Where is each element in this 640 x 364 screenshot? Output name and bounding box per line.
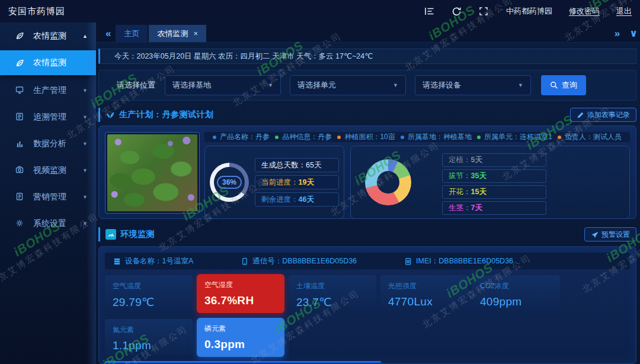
logout-link[interactable]: 退出 bbox=[616, 6, 632, 17]
fullscreen-icon[interactable] bbox=[479, 6, 489, 17]
alert-settings-label: 预警设置 bbox=[601, 230, 630, 240]
chevron-down-icon: ▼ bbox=[268, 82, 273, 88]
sidebar-item-label: 追溯管理 bbox=[33, 112, 66, 123]
sensor-cards-row: 空气温度 29.79℃ 空气湿度 36.7%RH 土壤温度 23.7℃ 光照强度… bbox=[105, 275, 630, 313]
filter-label: 请选择位置 bbox=[117, 80, 155, 91]
pencil-icon bbox=[577, 111, 584, 119]
bullet-dot bbox=[558, 136, 561, 139]
sidebar: 农情监测 ▲ 农情监测 生产管理 ▼ 追溯管理 ▼ bbox=[0, 22, 96, 364]
sidebar-item-marketing[interactable]: 营销管理 ▼ bbox=[0, 183, 96, 210]
tabs-more-icon[interactable]: ∨ bbox=[625, 27, 638, 42]
chevron-down-icon: ▼ bbox=[518, 82, 523, 88]
sensor-card-co2: CO2浓度 409ppm bbox=[472, 275, 560, 312]
chevron-up-icon: ▲ bbox=[82, 33, 88, 39]
sensor-card-nitrogen: 氮元素 1.1ppm bbox=[105, 319, 193, 356]
tabs-scroll-left-icon[interactable]: « bbox=[101, 28, 116, 42]
change-password-link[interactable]: 修改密码 bbox=[569, 6, 600, 17]
sidebar-item-label: 视频监测 bbox=[33, 165, 66, 176]
sidebar-item-data-analysis[interactable]: 数据分析 ▼ bbox=[0, 130, 96, 157]
sidebar-item-production[interactable]: 生产管理 ▼ bbox=[0, 77, 96, 104]
phase-row-kaihua: 开花： 15天 bbox=[442, 185, 546, 199]
add-farm-record-label: 添加农事记录 bbox=[587, 110, 630, 120]
bullet-dot bbox=[275, 136, 279, 139]
sidebar-item-video[interactable]: 视频监测 ▼ bbox=[0, 157, 96, 183]
chevron-down-icon: ▼ bbox=[82, 221, 88, 227]
topbar-actions: 中药都药博园 修改密码 退出 bbox=[424, 6, 632, 17]
leaf-icon bbox=[105, 110, 115, 120]
bar-chart-icon bbox=[15, 139, 24, 148]
tabs-scroll-right-icon[interactable]: » bbox=[610, 28, 625, 42]
device-comm-number: 通信号：DBB8BBE1E6D05D36 bbox=[241, 256, 357, 266]
sidebar-item-label: 营销管理 bbox=[33, 192, 66, 202]
sensor-card-phosphorus: 磷元素 0.3ppm bbox=[197, 318, 284, 357]
gear-icon bbox=[15, 219, 24, 228]
info-item: 负责人：测试人员 bbox=[558, 132, 622, 142]
base-select[interactable]: 请选择基地 ▼ bbox=[165, 75, 281, 95]
tab-label: 主页 bbox=[124, 28, 139, 39]
chevron-down-icon: ▼ bbox=[82, 114, 88, 120]
sidebar-item-settings[interactable]: 系统设置 ▼ bbox=[0, 210, 96, 237]
server-icon bbox=[113, 257, 121, 265]
topbar: 安国市药博园 中药都药博园 修改密码 退出 bbox=[0, 0, 640, 22]
bullet-dot bbox=[401, 136, 404, 139]
info-item: 品种信息：丹参 bbox=[275, 132, 332, 142]
sidebar-item-label: 数据分析 bbox=[33, 138, 66, 149]
production-section-title: 生产计划：丹参测试计划 bbox=[119, 109, 214, 120]
growth-phase-legend: 定植： 5天 拔节： 35天 开花： 15天 bbox=[442, 153, 546, 215]
plan-info-bar: 产品名称：丹参 品种信息：丹参 种植面积：10亩 所属基地：种植基地 所属单元：… bbox=[204, 132, 630, 142]
refresh-icon[interactable] bbox=[452, 6, 462, 17]
production-panel: 产品名称：丹参 品种信息：丹参 种植面积：10亩 所属基地：种植基地 所属单元：… bbox=[98, 125, 636, 219]
device-name: 设备名称：1号温室A bbox=[113, 256, 193, 266]
stat-remaining-progress: 剩余进度： 46天 bbox=[255, 192, 339, 207]
search-icon bbox=[550, 81, 558, 89]
screen: 安国市药博园 中药都药博园 修改密码 退出 bbox=[0, 0, 640, 364]
tabbar: « 主页 农情监测 × » ∨ bbox=[96, 22, 640, 43]
device-select[interactable]: 请选择设备 ▼ bbox=[415, 75, 531, 95]
bullet-dot bbox=[337, 136, 341, 139]
env-section-header: 环境监测 预警设置 bbox=[98, 227, 636, 241]
collapse-sidebar-icon[interactable] bbox=[424, 6, 435, 17]
env-panel: 设备名称：1号温室A 通信号：DBB8BBE1E6D05D36 bbox=[98, 246, 636, 364]
sidebar-item-agri-monitor[interactable]: 农情监测 bbox=[0, 50, 96, 75]
leaf-icon bbox=[15, 31, 24, 40]
tab-agri-monitor[interactable]: 农情监测 × bbox=[149, 25, 206, 42]
close-icon[interactable]: × bbox=[193, 29, 198, 38]
phase-row-shengjing: 生茎： 7天 bbox=[442, 201, 546, 215]
camera-icon bbox=[15, 166, 24, 175]
alert-settings-button[interactable]: 预警设置 bbox=[584, 227, 636, 241]
progress-ring-wrap: 36% bbox=[210, 163, 249, 202]
sidebar-item-agri-parent[interactable]: 农情监测 ▲ bbox=[0, 22, 96, 49]
unit-select-placeholder: 请选择单元 bbox=[297, 80, 336, 91]
info-item: 所属单元：连栋温室1 bbox=[477, 132, 552, 142]
base-select-placeholder: 请选择基地 bbox=[172, 80, 211, 91]
device-imei: IMEI：DBB8BBE1E6D05D36 bbox=[404, 256, 513, 266]
monitor-icon bbox=[15, 86, 24, 95]
content: 今天：2023年05月20日 星期六 农历：四月初二 天津市 天气：多云 17℃… bbox=[96, 49, 640, 364]
growth-sub-panel: 定植： 5天 拔节： 35天 开花： 15天 bbox=[350, 146, 630, 219]
env-section-title: 环境监测 bbox=[120, 229, 155, 240]
filter-bar: 请选择位置 请选择基地 ▼ 请选择单元 ▼ 请选择设备 ▼ bbox=[98, 70, 636, 101]
sidebar-item-trace[interactable]: 追溯管理 ▼ bbox=[0, 104, 96, 130]
chevron-down-icon: ▼ bbox=[82, 167, 88, 173]
chevron-down-icon: ▼ bbox=[82, 194, 88, 200]
info-item: 产品名称：丹参 bbox=[213, 132, 270, 142]
add-farm-record-button[interactable]: 添加农事记录 bbox=[570, 108, 636, 122]
info-item: 种植面积：10亩 bbox=[337, 132, 395, 142]
unit-select[interactable]: 请选择单元 ▼ bbox=[290, 75, 406, 95]
nutrient-cards-row: 氮元素 1.1ppm 磷元素 0.3ppm bbox=[105, 319, 630, 357]
date-weather-text: 今天：2023年05月20日 星期六 农历：四月初二 天津市 天气：多云 17℃… bbox=[114, 51, 373, 62]
info-item: 所属基地：种植基地 bbox=[401, 132, 472, 142]
sidebar-item-label: 农情监测 bbox=[33, 57, 66, 68]
chevron-down-icon: ▼ bbox=[82, 141, 88, 147]
tab-home[interactable]: 主页 bbox=[116, 25, 148, 42]
paper-plane-icon bbox=[591, 231, 599, 239]
search-button-label: 查询 bbox=[562, 80, 577, 91]
bullet-dot bbox=[213, 136, 216, 139]
tab-label: 农情监测 bbox=[157, 28, 188, 39]
progress-percent-badge: 36% bbox=[217, 176, 242, 189]
search-button[interactable]: 查询 bbox=[541, 75, 586, 95]
park-name[interactable]: 中药都药博园 bbox=[506, 6, 552, 17]
production-section-header: 生产计划：丹参测试计划 添加农事记录 bbox=[98, 108, 636, 122]
sensor-card-air-temp: 空气温度 29.79℃ bbox=[105, 275, 193, 312]
growth-donut-wrap bbox=[365, 159, 411, 205]
